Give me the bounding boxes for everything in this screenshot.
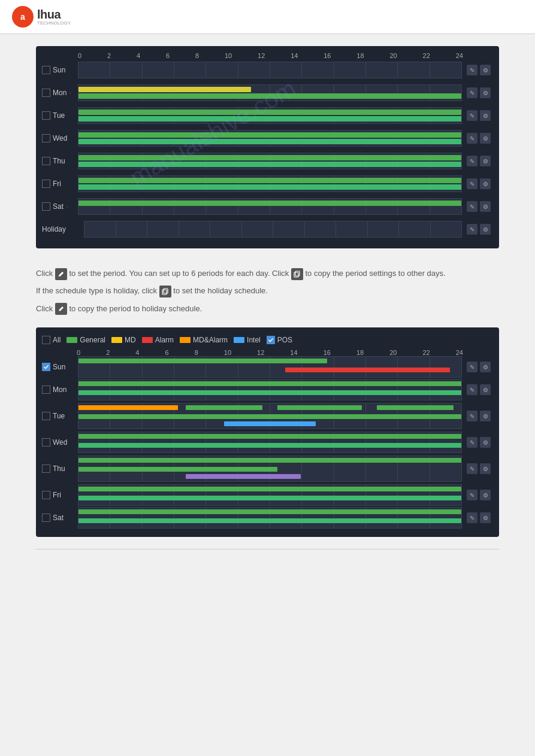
bars2-tue[interactable] — [78, 403, 462, 429]
gear-btn-sun[interactable]: ⚙ — [480, 65, 491, 75]
row2-actions-fri: ✎ ⚙ — [467, 490, 493, 500]
edit-btn-mon[interactable]: ✎ — [467, 87, 477, 98]
bars2-mon[interactable] — [78, 379, 462, 400]
bars-wed[interactable] — [78, 130, 462, 147]
checkbox2-wed[interactable] — [42, 438, 50, 447]
day2-label-sat[interactable]: Sat — [42, 514, 78, 522]
day-label-sun[interactable]: Sun — [42, 66, 78, 74]
checkbox-thu[interactable] — [42, 157, 50, 165]
checkbox-all[interactable] — [42, 336, 50, 344]
logo-tagline: TECHNOLOGY — [37, 20, 71, 26]
checkbox-pos[interactable] — [267, 336, 275, 344]
bars-thu[interactable] — [78, 153, 462, 169]
row2-actions-sat: ✎ ⚙ — [467, 512, 493, 523]
bars-mon[interactable] — [78, 84, 462, 101]
gear-btn-wed[interactable]: ⚙ — [480, 133, 491, 144]
edit-btn-sun[interactable]: ✎ — [467, 65, 477, 75]
legend-pos[interactable]: POS — [267, 336, 292, 344]
schedule-row-holiday: Holiday ✎ ⚙ — [42, 220, 493, 239]
bars-sat[interactable] — [78, 198, 462, 215]
day2-label-thu[interactable]: Thu — [42, 464, 78, 473]
gear2-btn-tue[interactable]: ⚙ — [480, 411, 491, 421]
checkbox-tue[interactable] — [42, 111, 50, 120]
bar2-sat-green2 — [78, 518, 461, 523]
row-actions-thu: ✎ ⚙ — [467, 156, 493, 166]
row-actions-sat: ✎ ⚙ — [467, 201, 493, 212]
day-label-wed[interactable]: Wed — [42, 134, 78, 142]
day-label-mon[interactable]: Mon · — [42, 89, 78, 97]
legend-all[interactable]: All — [42, 336, 61, 344]
edit2-btn-thu[interactable]: ✎ — [467, 463, 477, 474]
edit-btn-holiday[interactable]: ✎ — [467, 224, 477, 235]
bars-sun[interactable] — [78, 62, 462, 78]
checkbox2-tue[interactable] — [42, 412, 50, 420]
legend-intel-color — [234, 337, 244, 343]
edit-btn-tue[interactable]: ✎ — [467, 110, 477, 121]
gear-btn-tue[interactable]: ⚙ — [480, 110, 491, 121]
schedule-row-sat: Sat · ✎ ⚙ — [42, 197, 493, 216]
day-label-tue[interactable]: Tue — [42, 111, 78, 120]
bar-mon-yellow — [78, 87, 251, 92]
edit2-btn-sun[interactable]: ✎ — [467, 362, 477, 372]
checkbox-sun[interactable] — [42, 66, 50, 74]
edit2-btn-sat[interactable]: ✎ — [467, 512, 477, 523]
day2-label-wed[interactable]: Wed — [42, 438, 78, 447]
gear2-btn-wed[interactable]: ⚙ — [480, 437, 491, 448]
edit-btn-fri[interactable]: ✎ — [467, 178, 477, 189]
edit2-btn-tue[interactable]: ✎ — [467, 411, 477, 421]
bars2-wed[interactable] — [78, 432, 462, 453]
time2-14: 14 — [290, 349, 297, 356]
gear2-btn-mon[interactable]: ⚙ — [480, 384, 491, 395]
edit-btn-wed[interactable]: ✎ — [467, 133, 477, 144]
schedule-row-thu: Thu ✎ ⚙ — [42, 151, 493, 171]
day2-label-fri[interactable]: Fri — [42, 491, 78, 499]
edit-btn-thu[interactable]: ✎ — [467, 156, 477, 166]
bar-sat-green — [78, 201, 461, 206]
edit2-btn-mon[interactable]: ✎ — [467, 384, 477, 395]
day-label-fri[interactable]: Fri — [42, 180, 78, 188]
legend-md-alarm: MD&Alarm — [180, 336, 228, 344]
edit2-btn-wed[interactable]: ✎ — [467, 437, 477, 448]
legend-alarm-label: Alarm — [155, 336, 174, 344]
gear-btn-sat[interactable]: ⚙ — [480, 201, 491, 212]
day-label-sat[interactable]: Sat · — [42, 202, 78, 211]
bar2-sun-green — [78, 359, 327, 363]
bars2-thu[interactable] — [78, 456, 462, 482]
bars2-sat[interactable] — [78, 507, 462, 529]
bars-fri[interactable] — [78, 175, 462, 192]
checkbox2-mon[interactable] — [42, 385, 50, 394]
gear-btn-mon[interactable]: ⚙ — [480, 87, 491, 98]
bars2-sun[interactable] — [78, 356, 462, 378]
checkbox-sat[interactable] — [42, 202, 50, 211]
logo-brand: lhua — [37, 8, 71, 22]
gear2-btn-sat[interactable]: ⚙ — [480, 512, 491, 523]
checkbox-wed[interactable] — [42, 134, 50, 142]
bar2-sun-red — [285, 368, 450, 372]
edit-btn-sat[interactable]: ✎ — [467, 201, 477, 212]
gear-btn-holiday[interactable]: ⚙ — [480, 224, 491, 235]
gear-btn-thu[interactable]: ⚙ — [480, 156, 491, 166]
gear2-btn-thu[interactable]: ⚙ — [480, 463, 491, 474]
checkbox2-sat[interactable] — [42, 514, 50, 522]
schedule-row-fri: Fri ✎ ⚙ — [42, 174, 493, 193]
day-text-sat: Sat — [53, 202, 64, 211]
day2-label-sun[interactable]: Sun — [42, 363, 78, 371]
checkbox-mon[interactable] — [42, 89, 50, 97]
checkbox2-thu[interactable] — [42, 464, 50, 473]
legend-alarm-color — [142, 337, 153, 343]
row-actions-mon: ✎ ⚙ — [467, 87, 493, 98]
day2-label-tue[interactable]: Tue — [42, 412, 78, 420]
gear2-btn-fri[interactable]: ⚙ — [480, 490, 491, 500]
checkbox2-fri[interactable] — [42, 491, 50, 499]
day2-label-mon[interactable]: Mon — [42, 385, 78, 394]
checkbox2-sun[interactable] — [42, 363, 50, 371]
gear2-btn-sun[interactable]: ⚙ — [480, 362, 491, 372]
edit2-btn-fri[interactable]: ✎ — [467, 490, 477, 500]
day-label-thu[interactable]: Thu — [42, 157, 78, 165]
bars-tue[interactable] — [78, 107, 462, 124]
bars2-fri[interactable] — [78, 484, 462, 506]
gear-btn-fri[interactable]: ⚙ — [480, 178, 491, 189]
checkbox-fri[interactable] — [42, 180, 50, 188]
day-text-holiday: Holiday — [42, 225, 66, 233]
bars-holiday[interactable] — [84, 221, 462, 238]
